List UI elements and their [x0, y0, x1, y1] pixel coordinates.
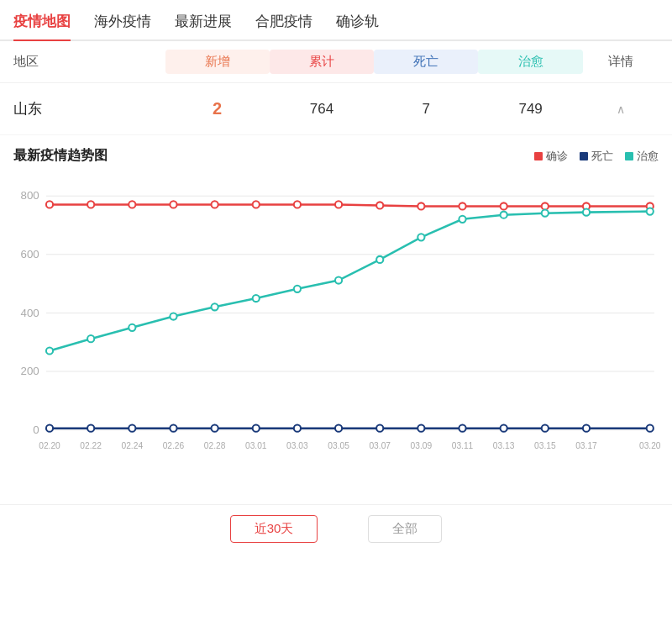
trend-chart: 800 600 400 200 0 02.20 02.22 02.24 02.2… [13, 173, 659, 492]
legend-confirmed-label: 确诊 [546, 149, 568, 164]
svg-point-45 [253, 295, 260, 302]
chart-title: 最新疫情趋势图 [13, 147, 108, 165]
cell-new-cases: 2 [165, 95, 270, 123]
death-dot [580, 152, 588, 160]
chart-container: 800 600 400 200 0 02.20 02.22 02.24 02.2… [13, 173, 659, 496]
legend-death-label: 死亡 [591, 149, 613, 164]
bottom-tabs: 近30天 全部 [0, 504, 672, 553]
svg-point-48 [376, 256, 383, 263]
svg-point-60 [253, 425, 260, 432]
svg-point-29 [212, 201, 218, 208]
svg-text:03.07: 03.07 [369, 441, 391, 450]
svg-point-30 [253, 201, 260, 208]
svg-point-36 [501, 203, 507, 209]
col-header-new: 新增 [165, 50, 270, 74]
svg-text:02.28: 02.28 [204, 441, 226, 450]
svg-point-54 [647, 208, 654, 215]
svg-text:03.05: 03.05 [328, 441, 349, 450]
svg-point-52 [542, 210, 549, 217]
cell-region: 山东 [13, 99, 165, 118]
col-header-death: 死亡 [374, 50, 478, 74]
svg-point-69 [647, 425, 654, 432]
svg-text:03.09: 03.09 [411, 441, 433, 450]
svg-point-57 [129, 425, 135, 432]
svg-point-66 [501, 425, 507, 432]
svg-text:03.20: 03.20 [639, 441, 661, 450]
svg-point-34 [417, 203, 424, 209]
cell-death: 7 [374, 97, 478, 122]
svg-point-51 [501, 212, 507, 218]
expand-arrow-icon[interactable]: ∧ [583, 103, 659, 116]
svg-point-33 [376, 202, 383, 208]
svg-point-56 [87, 425, 94, 432]
svg-point-53 [583, 209, 590, 216]
chart-legend: 确诊 死亡 治愈 [534, 149, 659, 164]
svg-point-49 [417, 234, 424, 240]
svg-text:02.26: 02.26 [163, 441, 185, 450]
svg-point-40 [46, 347, 53, 354]
nav-item-epidemic-map[interactable]: 疫情地图 [13, 12, 71, 41]
recover-dot [625, 152, 633, 160]
svg-text:03.13: 03.13 [493, 441, 515, 450]
svg-point-43 [170, 313, 176, 319]
svg-text:200: 200 [21, 365, 39, 377]
svg-point-50 [459, 216, 465, 223]
cell-total: 764 [270, 97, 374, 122]
svg-point-35 [459, 203, 465, 209]
chart-title-row: 最新疫情趋势图 确诊 死亡 治愈 [13, 147, 659, 165]
svg-point-55 [46, 425, 53, 432]
legend-recover-label: 治愈 [637, 149, 659, 164]
svg-point-26 [87, 201, 94, 208]
svg-text:03.11: 03.11 [452, 441, 474, 450]
table-header: 地区 新增 累计 死亡 治愈 详情 [0, 41, 672, 83]
table-row[interactable]: 山东 2 764 7 749 ∧ [0, 83, 672, 135]
svg-text:400: 400 [21, 307, 39, 319]
col-header-region: 地区 [13, 54, 165, 70]
col-header-recover: 治愈 [478, 50, 582, 74]
svg-point-64 [417, 425, 424, 432]
svg-point-65 [459, 425, 465, 432]
svg-point-47 [335, 276, 342, 283]
svg-point-63 [376, 425, 383, 432]
svg-text:02.22: 02.22 [80, 441, 102, 450]
svg-text:800: 800 [21, 189, 39, 202]
svg-point-46 [294, 286, 301, 292]
svg-point-42 [129, 324, 135, 331]
chart-section: 最新疫情趋势图 确诊 死亡 治愈 800 600 400 200 0 [0, 135, 672, 504]
cell-recover: 749 [478, 97, 582, 122]
legend-recover: 治愈 [625, 149, 659, 164]
nav-item-overseas[interactable]: 海外疫情 [94, 12, 151, 39]
svg-point-62 [335, 425, 342, 432]
svg-point-25 [46, 201, 53, 208]
svg-point-67 [542, 425, 549, 432]
svg-point-31 [294, 201, 301, 208]
nav-item-latest[interactable]: 最新进展 [175, 12, 232, 39]
svg-text:02.24: 02.24 [121, 441, 143, 450]
svg-point-37 [542, 203, 549, 209]
svg-text:03.03: 03.03 [286, 441, 308, 450]
col-header-total: 累计 [270, 50, 374, 74]
svg-text:600: 600 [21, 248, 39, 260]
top-navigation: 疫情地图 海外疫情 最新进展 合肥疫情 确诊轨 [0, 0, 672, 41]
svg-point-61 [294, 425, 301, 432]
svg-point-44 [212, 303, 218, 310]
tab-recent-30-days[interactable]: 近30天 [230, 515, 318, 543]
svg-point-27 [129, 201, 135, 208]
nav-item-hefei[interactable]: 合肥疫情 [255, 12, 312, 39]
svg-point-58 [170, 425, 176, 432]
svg-point-32 [335, 201, 342, 208]
nav-item-track[interactable]: 确诊轨 [336, 12, 379, 39]
legend-confirmed: 确诊 [534, 149, 568, 164]
svg-point-59 [212, 425, 218, 432]
svg-text:0: 0 [33, 423, 39, 436]
svg-text:02.20: 02.20 [39, 441, 60, 450]
svg-point-68 [583, 425, 590, 432]
legend-death: 死亡 [580, 149, 613, 164]
svg-text:03.01: 03.01 [245, 441, 267, 450]
svg-point-41 [87, 335, 94, 342]
svg-point-28 [170, 201, 176, 208]
col-header-detail: 详情 [583, 54, 659, 70]
svg-text:03.15: 03.15 [534, 441, 556, 450]
tab-all[interactable]: 全部 [368, 515, 442, 543]
confirmed-dot [534, 152, 543, 160]
